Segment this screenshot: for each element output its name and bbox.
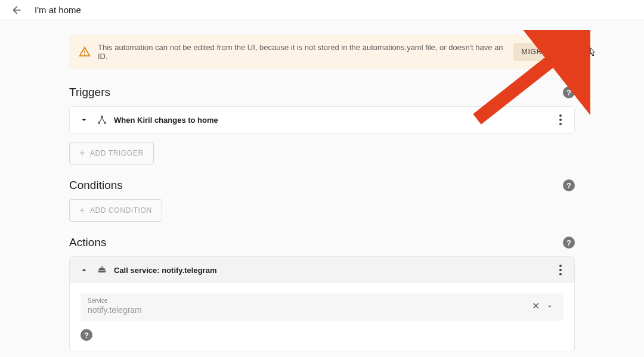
service-field-label: Service <box>88 297 528 304</box>
page-title: I'm at home <box>35 5 81 15</box>
add-trigger-button[interactable]: + ADD TRIGGER <box>69 142 154 164</box>
add-condition-button[interactable]: + ADD CONDITION <box>69 199 162 222</box>
migrate-alert: This automation can not be edited from t… <box>69 35 575 69</box>
chevron-down-icon[interactable] <box>78 114 90 126</box>
actions-header: Actions ? <box>69 236 575 249</box>
svg-rect-5 <box>101 266 103 267</box>
warning-icon <box>79 46 91 58</box>
trigger-card-head[interactable]: When Kiril changes to home <box>70 107 574 133</box>
action-label: Call service: notify.telegram <box>114 266 549 275</box>
migrate-button[interactable]: MIGRATE <box>513 43 565 61</box>
service-field-value: notify.telegram <box>88 305 528 315</box>
svg-point-1 <box>84 54 85 55</box>
add-condition-label: ADD CONDITION <box>90 206 152 215</box>
add-trigger-label: ADD TRIGGER <box>90 149 144 157</box>
plus-icon: + <box>79 148 85 158</box>
action-card-head[interactable]: Call service: notify.telegram <box>70 257 574 283</box>
action-card: Call service: notify.telegram Service no… <box>69 256 575 352</box>
actions-help-icon[interactable]: ? <box>563 237 575 249</box>
device-icon <box>96 114 108 126</box>
triggers-help-icon[interactable]: ? <box>563 86 575 98</box>
alert-message: This automation can not be edited from t… <box>98 43 506 61</box>
back-button[interactable] <box>10 3 24 17</box>
arrow-left-icon <box>11 4 23 16</box>
cursor-icon <box>587 46 597 60</box>
action-card-body: Service notify.telegram ✕ ? <box>70 283 574 352</box>
plus-icon: + <box>79 206 85 215</box>
actions-title: Actions <box>69 236 106 249</box>
chevron-up-icon[interactable] <box>78 264 90 276</box>
trigger-card: When Kiril changes to home <box>69 106 575 134</box>
conditions-title: Conditions <box>69 179 123 192</box>
service-icon <box>96 264 108 276</box>
service-help-icon[interactable]: ? <box>80 329 92 341</box>
dropdown-icon[interactable] <box>543 300 556 313</box>
trigger-label: When Kiril changes to home <box>114 116 549 125</box>
triggers-header: Triggers ? <box>69 86 575 99</box>
app-header: I'm at home <box>0 0 644 20</box>
service-field[interactable]: Service notify.telegram ✕ <box>80 293 564 321</box>
conditions-header: Conditions ? <box>69 179 575 192</box>
triggers-title: Triggers <box>69 86 110 99</box>
clear-icon[interactable]: ✕ <box>528 298 543 314</box>
main-content: This automation can not be edited from t… <box>60 20 584 357</box>
trigger-menu-button[interactable] <box>555 113 566 127</box>
conditions-help-icon[interactable]: ? <box>563 179 575 191</box>
action-menu-button[interactable] <box>555 263 566 277</box>
